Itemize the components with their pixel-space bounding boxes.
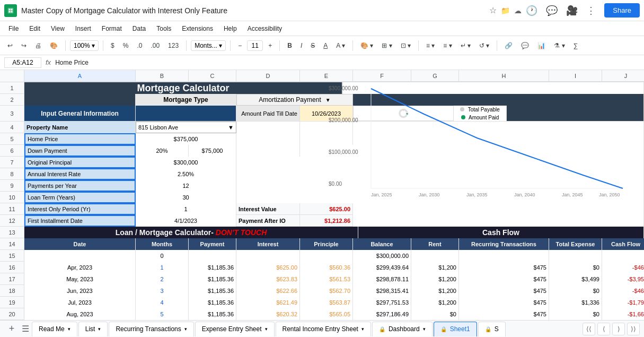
comment-icon[interactable]: 💬 bbox=[546, 5, 558, 16]
cell-reference[interactable] bbox=[4, 57, 41, 68]
font-size-increase-btn[interactable]: + bbox=[265, 40, 275, 51]
tab-readme[interactable]: Read Me ▾ bbox=[32, 322, 77, 336]
print-btn[interactable]: 🖨 bbox=[32, 40, 45, 51]
cell-b11[interactable]: 1 bbox=[136, 203, 236, 215]
menu-accessibility[interactable]: Accessibility bbox=[243, 23, 286, 34]
col-header-e[interactable]: E bbox=[300, 70, 353, 82]
cell-b8[interactable]: 2.50% bbox=[136, 168, 236, 180]
menu-format[interactable]: Format bbox=[98, 23, 126, 34]
tab-nav-last[interactable]: ⟩⟩ bbox=[627, 323, 640, 335]
zoom-selector[interactable]: 100% ▾ bbox=[70, 40, 99, 51]
fill-color-btn[interactable]: 🎨 ▾ bbox=[357, 40, 376, 51]
merge-btn[interactable]: ⊡ ▾ bbox=[398, 40, 414, 51]
col-header-b[interactable]: B bbox=[136, 70, 189, 82]
text-color-btn[interactable]: A ▾ bbox=[333, 40, 348, 51]
tab-dashboard[interactable]: 🔒 Dashboard ▾ bbox=[372, 322, 433, 336]
col-header-j[interactable]: J bbox=[602, 70, 644, 82]
filter-btn[interactable]: ⚗ ▾ bbox=[551, 40, 568, 51]
share-button[interactable]: Share bbox=[604, 3, 640, 18]
link-btn[interactable]: 🔗 bbox=[501, 40, 516, 51]
menu-extensions[interactable]: Extensions bbox=[178, 23, 217, 34]
tab-list[interactable]: List ▾ bbox=[78, 322, 108, 336]
halign-btn[interactable]: ≡ ▾ bbox=[423, 40, 438, 51]
cell-a5[interactable]: Home Price bbox=[24, 133, 136, 145]
col-header-h[interactable]: H bbox=[459, 70, 549, 82]
underline-btn[interactable]: A bbox=[320, 40, 331, 51]
font-selector[interactable]: Monts... ▾ bbox=[191, 40, 226, 51]
cloud-icon[interactable]: ☁ bbox=[514, 6, 522, 15]
dec-decrease-btn[interactable]: .0 bbox=[134, 40, 145, 51]
cell-c6[interactable]: $75,000 bbox=[189, 145, 236, 157]
menu-data[interactable]: Data bbox=[128, 23, 150, 34]
cell-a11[interactable]: Interest Only Period (Yr) bbox=[24, 203, 136, 215]
menu-help[interactable]: Help bbox=[219, 23, 241, 34]
col-header-g[interactable]: G bbox=[411, 70, 459, 82]
cell-a8[interactable]: Annual Interest Rate bbox=[24, 168, 136, 180]
prop-dropdown-icon[interactable]: ▼ bbox=[228, 124, 234, 131]
tab-sheet1[interactable]: 🔒 Sheet1 bbox=[434, 322, 477, 336]
wrap-btn[interactable]: ↵ ▾ bbox=[457, 40, 474, 51]
star-icon[interactable]: ☆ bbox=[489, 5, 497, 15]
col-header-a[interactable]: A bbox=[24, 70, 136, 82]
cell-a9[interactable]: Payments per Year bbox=[24, 180, 136, 192]
cell-b12[interactable]: 4/1/2023 bbox=[136, 215, 236, 227]
tab-nav-first[interactable]: ⟨⟨ bbox=[583, 323, 595, 335]
folder-icon[interactable]: 📁 bbox=[501, 6, 510, 15]
borders-btn[interactable]: ⊞ ▾ bbox=[378, 40, 395, 51]
font-size-decrease-btn[interactable]: − bbox=[235, 40, 245, 51]
tab-rental-dropdown[interactable]: ▾ bbox=[361, 326, 364, 332]
cell-a7[interactable]: Original Principal bbox=[24, 157, 136, 168]
col-header-i[interactable]: I bbox=[549, 70, 602, 82]
menu-insert[interactable]: Insert bbox=[71, 23, 95, 34]
cell-b7[interactable]: $300,000 bbox=[136, 157, 236, 168]
tab-recurring[interactable]: Recurring Transactions ▾ bbox=[109, 322, 193, 336]
tab-nav-next[interactable]: ⟩ bbox=[612, 323, 625, 335]
history-icon[interactable]: 🕐 bbox=[526, 5, 537, 16]
valign-btn[interactable]: ≡ ▾ bbox=[440, 40, 455, 51]
italic-btn[interactable]: I bbox=[297, 40, 305, 51]
chart-btn[interactable]: 📊 bbox=[534, 40, 549, 51]
undo-btn[interactable]: ↩ bbox=[4, 40, 16, 51]
col-header-f[interactable]: F bbox=[353, 70, 411, 82]
cell-a6[interactable]: Down Payment bbox=[24, 145, 136, 157]
font-size-input[interactable]: 11 bbox=[247, 40, 263, 51]
format-123-btn[interactable]: 123 bbox=[165, 40, 182, 51]
add-sheet-button[interactable]: + bbox=[4, 322, 19, 336]
more-icon[interactable]: ⋮ bbox=[586, 5, 596, 16]
tab-expense[interactable]: Expense Entry Sheet ▾ bbox=[195, 322, 275, 336]
percent-btn[interactable]: % bbox=[120, 40, 132, 51]
tab-rental[interactable]: Rental Income Entry Sheet ▾ bbox=[276, 322, 371, 336]
menu-file[interactable]: File bbox=[4, 23, 23, 34]
cell-a1[interactable]: Mortgage Calculator bbox=[24, 82, 342, 94]
cell-a10[interactable]: Loan Term (Years) bbox=[24, 192, 136, 203]
menu-view[interactable]: View bbox=[47, 23, 69, 34]
col-header-c[interactable]: C bbox=[189, 70, 236, 82]
menu-tools[interactable]: Tools bbox=[152, 23, 175, 34]
currency-btn[interactable]: $ bbox=[108, 40, 118, 51]
cell-b10[interactable]: 30 bbox=[136, 192, 236, 203]
dec-increase-btn[interactable]: .00 bbox=[147, 40, 163, 51]
video-icon[interactable]: 🎥 bbox=[566, 5, 578, 16]
cell-b5[interactable]: $375,000 bbox=[136, 133, 236, 145]
cell-b9[interactable]: 12 bbox=[136, 180, 236, 192]
strikethrough-btn[interactable]: S bbox=[307, 40, 318, 51]
tab-nav-prev[interactable]: ⟨ bbox=[597, 323, 610, 335]
tab-list-dropdown[interactable]: ▾ bbox=[98, 326, 101, 332]
cell-a12[interactable]: First Installment Date bbox=[24, 215, 136, 227]
cell-b6[interactable]: 20% bbox=[136, 145, 189, 157]
tab-expense-dropdown[interactable]: ▾ bbox=[265, 326, 268, 332]
bold-btn[interactable]: B bbox=[284, 40, 295, 51]
tab-recurring-dropdown[interactable]: ▾ bbox=[184, 326, 187, 332]
tab-dashboard-dropdown[interactable]: ▾ bbox=[423, 326, 426, 332]
rotation-btn[interactable]: ↺ ▾ bbox=[476, 40, 492, 51]
comment-btn[interactable]: 💬 bbox=[518, 40, 532, 51]
cell-b4[interactable]: 815 Lisbon Ave ▼ bbox=[136, 122, 236, 133]
function-btn[interactable]: ∑ bbox=[570, 40, 581, 51]
col-header-d[interactable]: D bbox=[236, 70, 300, 82]
paint-format-btn[interactable]: 🎨 bbox=[47, 40, 61, 51]
sheet-menu-button[interactable]: ☰ bbox=[19, 323, 32, 335]
menu-edit[interactable]: Edit bbox=[25, 23, 45, 34]
tab-s[interactable]: 🔒 S bbox=[478, 322, 506, 336]
redo-btn[interactable]: ↪ bbox=[18, 40, 30, 51]
tab-readme-dropdown[interactable]: ▾ bbox=[68, 326, 70, 332]
